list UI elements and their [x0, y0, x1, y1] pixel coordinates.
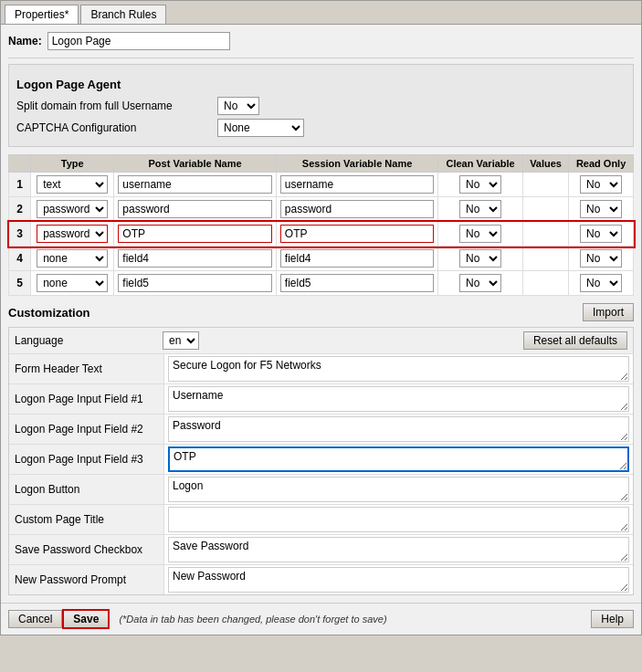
cust-field-label: Form Header Text [9, 354, 164, 383]
session-variable-input[interactable] [280, 249, 434, 268]
language-label: Language [15, 334, 163, 347]
post-variable-input[interactable] [118, 175, 271, 194]
cust-field-input[interactable]: OTP [168, 446, 629, 472]
table-row: 3textpasswordnoneNoYesNoYes [9, 222, 634, 247]
cancel-button[interactable]: Cancel [8, 610, 62, 628]
col-type: Type [31, 155, 114, 173]
customization-form: Language en de fr Reset all defaults For… [8, 327, 634, 595]
cust-field-label: Logon Page Input Field #3 [9, 445, 164, 474]
post-variable-input[interactable] [118, 249, 271, 268]
col-values: Values [522, 155, 568, 173]
session-variable-input[interactable] [280, 225, 434, 243]
language-select[interactable]: en de fr [163, 331, 199, 350]
captcha-select[interactable]: None reCAPTCHA [217, 119, 304, 137]
variables-table: Type Post Variable Name Session Variable… [8, 154, 634, 296]
clean-select[interactable]: NoYes [459, 274, 501, 292]
cust-field-input[interactable]: Logon [168, 477, 629, 502]
cust-field-input[interactable]: Save Password [168, 537, 629, 562]
cust-field-input[interactable]: Secure Logon for F5 Networks [168, 356, 629, 382]
language-row: Language en de fr Reset all defaults [9, 328, 633, 354]
clean-select[interactable]: NoYes [459, 225, 501, 243]
cust-field-input[interactable]: Username [168, 386, 629, 412]
values-cell [522, 173, 568, 197]
table-row: 2textpasswordnoneNoYesNoYes [9, 197, 634, 222]
cust-field-input[interactable] [168, 507, 629, 532]
tab-bar: Properties* Branch Rules [1, 1, 641, 25]
readonly-select[interactable]: NoYes [580, 175, 622, 194]
help-button[interactable]: Help [591, 610, 634, 628]
session-variable-input[interactable] [280, 175, 434, 194]
readonly-select[interactable]: NoYes [580, 225, 622, 243]
name-row: Name: [8, 32, 634, 50]
col-readonly: Read Only [569, 155, 634, 173]
cust-row: New Password PromptNew Password [9, 565, 633, 594]
row-num: 1 [9, 173, 31, 197]
type-select[interactable]: textpasswordnone [37, 225, 108, 243]
cust-field-label: Logon Page Input Field #1 [9, 384, 164, 414]
col-clean: Clean Variable [438, 155, 523, 173]
cust-row: Logon ButtonLogon [9, 475, 633, 505]
agent-header: Logon Page Agent [16, 78, 626, 91]
row-num: 2 [9, 197, 31, 222]
cust-field-input[interactable]: Password [168, 416, 629, 442]
agent-section: Logon Page Agent Split domain from full … [8, 64, 634, 147]
save-button[interactable]: Save [62, 609, 110, 629]
tab-properties[interactable]: Properties* [5, 5, 79, 24]
type-select[interactable]: textpasswordnone [37, 249, 108, 268]
cust-field-label: Custom Page Title [9, 505, 164, 534]
cust-row: Form Header TextSecure Logon for F5 Netw… [9, 354, 633, 384]
tab-branch-rules[interactable]: Branch Rules [80, 5, 166, 24]
cust-row: Logon Page Input Field #2Password [9, 415, 633, 445]
col-session: Session Variable Name [276, 155, 437, 173]
readonly-select[interactable]: NoYes [580, 274, 622, 292]
split-domain-row: Split domain from full Username No Yes [16, 97, 626, 115]
customization-header: Customization Import [8, 303, 634, 321]
post-variable-input[interactable] [118, 200, 271, 218]
values-cell [522, 222, 568, 247]
clean-select[interactable]: NoYes [459, 175, 501, 194]
table-row: 1textpasswordnoneNoYesNoYes [9, 173, 634, 197]
split-domain-select[interactable]: No Yes [217, 97, 259, 115]
readonly-select[interactable]: NoYes [580, 200, 622, 218]
cust-field-label: New Password Prompt [9, 565, 164, 594]
footer-note: (*Data in tab has been changed, please d… [119, 614, 386, 625]
col-post: Post Variable Name [114, 155, 276, 173]
col-num [9, 155, 31, 173]
post-variable-input[interactable] [118, 274, 271, 292]
customization-section: Customization Import Language en de fr R… [8, 303, 634, 595]
clean-select[interactable]: NoYes [459, 200, 501, 218]
variables-table-section: Type Post Variable Name Session Variable… [8, 154, 634, 296]
cust-field-input[interactable]: New Password [168, 567, 629, 593]
post-variable-input[interactable] [118, 225, 271, 243]
clean-select[interactable]: NoYes [459, 249, 501, 268]
reset-defaults-button[interactable]: Reset all defaults [523, 331, 627, 350]
row-num: 5 [9, 271, 31, 296]
main-window: Properties* Branch Rules Name: Logon Pag… [0, 0, 642, 635]
values-cell [522, 247, 568, 271]
values-cell [522, 197, 568, 222]
cust-field-label: Logon Button [9, 475, 164, 504]
footer-bar: Cancel Save (*Data in tab has been chang… [1, 603, 641, 635]
cust-field-label: Logon Page Input Field #2 [9, 415, 164, 444]
type-select[interactable]: textpasswordnone [37, 200, 108, 218]
captcha-row: CAPTCHA Configuration None reCAPTCHA [16, 119, 626, 137]
cust-row: Custom Page Title [9, 505, 633, 535]
name-input[interactable] [47, 32, 230, 50]
import-button[interactable]: Import [583, 303, 634, 321]
values-cell [522, 271, 568, 296]
session-variable-input[interactable] [280, 200, 434, 218]
table-row: 5textpasswordnoneNoYesNoYes [9, 271, 634, 296]
table-row: 4textpasswordnoneNoYesNoYes [9, 247, 634, 271]
type-select[interactable]: textpasswordnone [37, 274, 108, 292]
type-select[interactable]: textpasswordnone [37, 175, 108, 194]
row-num: 3 [9, 222, 31, 247]
captcha-label: CAPTCHA Configuration [16, 121, 217, 134]
split-domain-label: Split domain from full Username [16, 100, 217, 112]
name-label: Name: [8, 35, 42, 47]
session-variable-input[interactable] [280, 274, 434, 292]
cust-field-label: Save Password Checkbox [9, 535, 164, 564]
cust-row: Logon Page Input Field #1Username [9, 384, 633, 415]
content-area: Name: Logon Page Agent Split domain from… [1, 25, 641, 603]
customization-title: Customization [8, 306, 90, 320]
readonly-select[interactable]: NoYes [580, 249, 622, 268]
